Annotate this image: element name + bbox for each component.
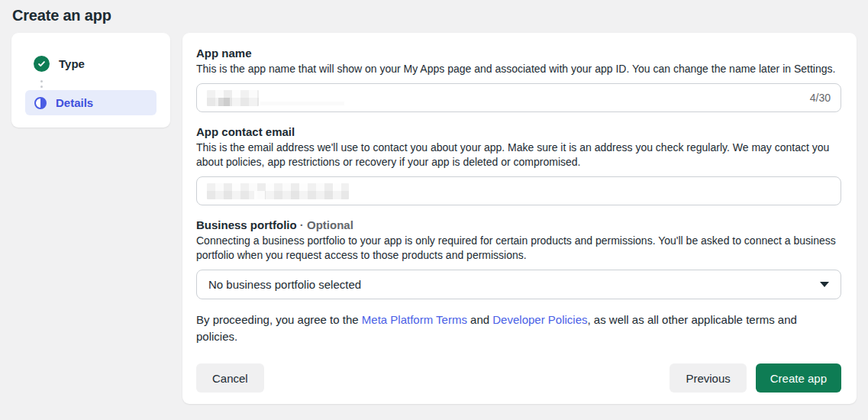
contact-email-input[interactable] <box>196 176 841 205</box>
cancel-button[interactable]: Cancel <box>196 363 264 393</box>
footer-actions: Cancel Previous Create app <box>196 363 841 393</box>
app-name-label: App name <box>196 47 841 60</box>
business-portfolio-label: Business portfolio · Optional <box>196 218 841 231</box>
redacted-email-value <box>207 183 349 199</box>
app-name-char-counter: 4/30 <box>810 92 831 104</box>
developer-policies-link[interactable]: Developer Policies <box>492 313 587 326</box>
stepper-card: Type Details <box>11 33 170 128</box>
previous-button[interactable]: Previous <box>670 363 746 393</box>
business-portfolio-selected-value: No business portfolio selected <box>208 278 361 291</box>
contact-email-description: This is the email address we'll use to c… <box>196 141 841 170</box>
business-portfolio-description: Connecting a business portfolio to your … <box>196 234 841 263</box>
create-app-button[interactable]: Create app <box>756 363 841 393</box>
terms-text: By proceeding, you agree to the Meta Pla… <box>196 312 830 345</box>
contact-email-label: App contact email <box>196 125 841 138</box>
meta-platform-terms-link[interactable]: Meta Platform Terms <box>362 313 467 326</box>
stepper-step-details[interactable]: Details <box>25 90 156 115</box>
stepper-step-label: Details <box>56 96 93 109</box>
half-circle-icon <box>34 97 47 109</box>
create-app-form-card: App name This is the app name that will … <box>182 33 857 404</box>
caret-down-icon <box>820 282 829 287</box>
main-layout: Type Details App name This is the app na… <box>0 33 868 404</box>
stepper-step-label: Type <box>59 57 85 70</box>
optional-tag: · Optional <box>300 218 353 231</box>
stepper-step-type[interactable]: Type <box>25 50 156 78</box>
check-icon <box>34 56 50 72</box>
app-name-description: This is the app name that will show on y… <box>196 62 841 76</box>
page-title: Create an app <box>12 7 856 24</box>
app-name-input[interactable]: 4/30 <box>196 83 841 112</box>
stepper-connector-dots <box>40 80 156 88</box>
redacted-app-name-value <box>207 90 259 106</box>
page-header: Create an app <box>0 0 868 33</box>
business-portfolio-select[interactable]: No business portfolio selected <box>196 270 841 299</box>
